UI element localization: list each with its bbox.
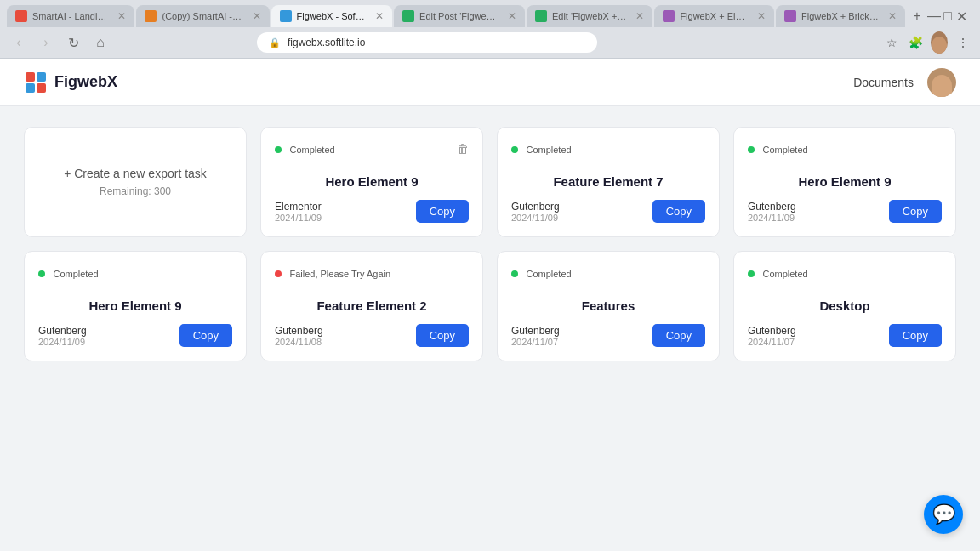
card-footer-6: Gutenberg 2024/11/07 Copy: [748, 324, 942, 347]
status-label-4: Failed, Please Try Again: [289, 269, 390, 279]
profile-icon[interactable]: [931, 34, 948, 51]
copy-button-2[interactable]: Copy: [889, 200, 942, 223]
url-bar[interactable]: 🔒 figwebx.softlite.io: [257, 32, 597, 53]
status-dot-1: [511, 146, 518, 153]
status-label-5: Completed: [526, 269, 571, 279]
card-title-0: Hero Element 9: [275, 163, 469, 200]
card-title-5: Features: [511, 287, 705, 324]
card-builder-1: Gutenberg: [511, 201, 560, 213]
copy-button-1[interactable]: Copy: [652, 200, 705, 223]
remaining-text: Remaining: 300: [100, 185, 171, 197]
tab-3[interactable]: FigwebX - Softlite.io ✕: [271, 5, 393, 27]
forward-button[interactable]: ›: [36, 32, 56, 53]
copy-button-6[interactable]: Copy: [889, 324, 942, 347]
tab-4[interactable]: Edit Post 'FigwebX +... ✕: [394, 5, 525, 27]
home-button[interactable]: ⌂: [90, 32, 111, 53]
tab-5[interactable]: Edit 'FigwebX + Ele... ✕: [527, 5, 652, 27]
tab-close-3[interactable]: ✕: [375, 10, 384, 22]
tab-label-3: FigwebX - Softlite.io: [297, 11, 368, 21]
status-badge-2: Completed: [748, 141, 808, 156]
card-header-5: Completed: [511, 265, 705, 281]
card-footer-5: Gutenberg 2024/11/07 Copy: [511, 324, 705, 347]
card-meta-5: Gutenberg 2024/11/07: [511, 325, 560, 347]
messenger-bubble[interactable]: 💬: [924, 495, 963, 534]
card-header-0: Completed 🗑: [275, 141, 469, 156]
card-date-6: 2024/11/07: [748, 337, 796, 347]
bookmark-star-icon[interactable]: ☆: [883, 34, 900, 51]
tab-label-5: Edit 'FigwebX + Ele...: [552, 11, 627, 21]
card-header-1: Completed: [511, 141, 705, 156]
back-button[interactable]: ‹: [9, 32, 29, 53]
card-date-0: 2024/11/09: [275, 213, 322, 223]
app-header: FigwebX Documents: [0, 59, 980, 106]
tab-close-7[interactable]: ✕: [888, 10, 897, 22]
lock-icon: 🔒: [269, 37, 281, 48]
card-date-5: 2024/11/07: [511, 337, 560, 347]
card-date-4: 2024/11/08: [275, 337, 323, 347]
tab-7[interactable]: FigwebX + Bricks (B... ✕: [776, 5, 905, 27]
maximize-button[interactable]: □: [943, 11, 953, 21]
tab-favicon-6: [663, 10, 675, 22]
svg-rect-1: [37, 72, 46, 82]
card-header-3: Completed: [38, 265, 232, 281]
card-footer-3: Gutenberg 2024/11/09 Copy: [38, 324, 232, 347]
card-builder-4: Gutenberg: [275, 325, 323, 337]
export-card-3: Completed Hero Element 9 Gutenberg 2024/…: [24, 251, 247, 361]
url-text: figwebx.softlite.io: [288, 37, 365, 48]
tab-6[interactable]: FigwebX + Eleme... ✕: [654, 5, 774, 27]
tab-label-1: SmartAI - Landing P...: [32, 11, 109, 21]
tab-close-6[interactable]: ✕: [757, 10, 766, 22]
tab-close-1[interactable]: ✕: [117, 10, 126, 22]
card-date-3: 2024/11/09: [38, 337, 87, 347]
card-header-6: Completed: [748, 265, 942, 281]
status-badge-5: Completed: [511, 265, 572, 281]
tab-favicon-7: [784, 10, 796, 22]
tab-label-6: FigwebX + Eleme...: [680, 11, 749, 21]
extensions-icon[interactable]: 🧩: [907, 34, 924, 51]
reload-button[interactable]: ↻: [63, 32, 83, 53]
tab-1[interactable]: SmartAI - Landing P... ✕: [7, 5, 134, 27]
card-footer-4: Gutenberg 2024/11/08 Copy: [275, 324, 469, 347]
user-avatar[interactable]: [927, 68, 956, 97]
export-card-5: Completed Features Gutenberg 2024/11/07 …: [497, 251, 720, 361]
export-card-2: Completed Hero Element 9 Gutenberg 2024/…: [733, 127, 956, 237]
documents-link[interactable]: Documents: [853, 76, 914, 89]
status-dot-5: [511, 270, 518, 277]
card-meta-3: Gutenberg 2024/11/09: [38, 325, 87, 347]
tab-favicon-2: [145, 10, 157, 22]
status-badge-0: Completed: [275, 141, 335, 156]
status-label-3: Completed: [53, 269, 98, 279]
tab-close-4[interactable]: ✕: [508, 10, 516, 22]
cards-grid: + Create a new export task Remaining: 30…: [24, 127, 956, 361]
tab-bar: SmartAI - Landing P... ✕ (Copy) SmartAI …: [0, 0, 980, 27]
browser-chrome: SmartAI - Landing P... ✕ (Copy) SmartAI …: [0, 0, 980, 59]
address-bar: ‹ › ↻ ⌂ 🔒 figwebx.softlite.io ☆ 🧩 ⋮: [0, 27, 980, 58]
menu-icon[interactable]: ⋮: [954, 34, 971, 51]
tab-label-2: (Copy) SmartAI - Lan...: [162, 11, 243, 21]
card-meta-0: Elementor 2024/11/09: [275, 201, 322, 223]
card-builder-6: Gutenberg: [748, 325, 796, 337]
address-right: ☆ 🧩 ⋮: [883, 34, 971, 51]
new-tab-button[interactable]: +: [907, 6, 927, 26]
card-meta-6: Gutenberg 2024/11/07: [748, 325, 796, 347]
tab-close-5[interactable]: ✕: [635, 10, 644, 22]
create-new-card[interactable]: + Create a new export task Remaining: 30…: [24, 127, 247, 237]
tab-close-2[interactable]: ✕: [253, 10, 261, 22]
delete-icon-0[interactable]: 🗑: [457, 142, 469, 156]
copy-button-0[interactable]: Copy: [416, 200, 469, 223]
tab-2[interactable]: (Copy) SmartAI - Lan... ✕: [136, 5, 269, 27]
copy-button-3[interactable]: Copy: [179, 324, 232, 347]
status-label-2: Completed: [762, 145, 807, 155]
copy-button-5[interactable]: Copy: [652, 324, 705, 347]
close-button[interactable]: ✕: [956, 11, 966, 21]
card-meta-1: Gutenberg 2024/11/09: [511, 201, 560, 223]
main-content: + Create a new export task Remaining: 30…: [0, 106, 980, 382]
svg-rect-3: [37, 83, 46, 93]
minimize-button[interactable]: —: [929, 11, 939, 21]
status-label-1: Completed: [526, 145, 571, 155]
card-header-4: Failed, Please Try Again: [275, 265, 469, 281]
card-builder-3: Gutenberg: [38, 325, 87, 337]
card-title-4: Feature Element 2: [275, 287, 469, 324]
tab-favicon-3: [280, 10, 292, 22]
copy-button-4[interactable]: Copy: [416, 324, 469, 347]
